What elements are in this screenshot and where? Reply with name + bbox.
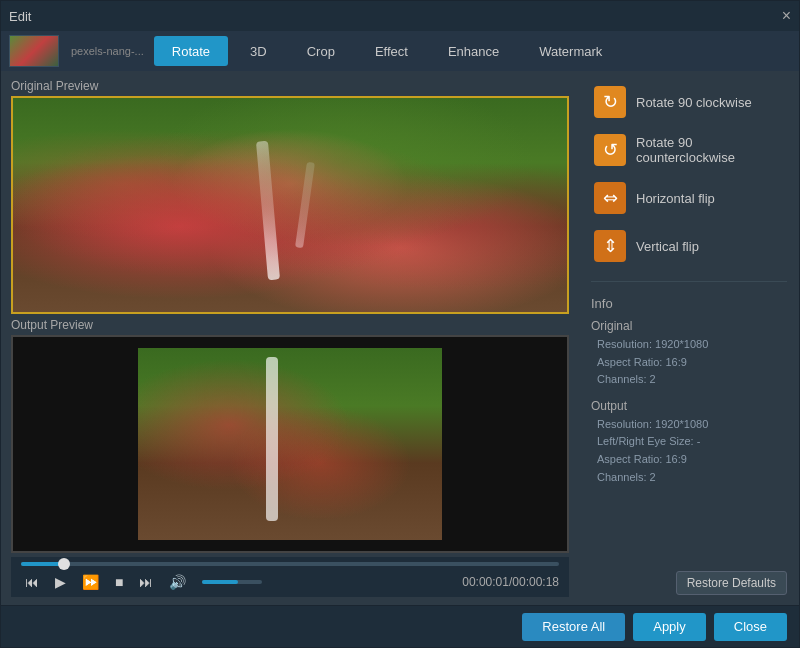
- rotate-ccw-icon: ↺: [594, 134, 626, 166]
- skip-forward-button[interactable]: ⏭: [135, 572, 157, 592]
- output-preview-label: Output Preview: [11, 318, 569, 332]
- play-button[interactable]: ▶: [51, 572, 70, 592]
- info-original-resolution: Resolution: 1920*1080: [591, 336, 787, 354]
- stop-button[interactable]: ■: [111, 572, 127, 592]
- file-label: pexels-nang-...: [71, 45, 144, 57]
- original-preview-box: [11, 96, 569, 314]
- tab-watermark[interactable]: Watermark: [521, 36, 620, 66]
- divider-1: [591, 281, 787, 282]
- output-inner-image: [138, 348, 443, 541]
- ribbon-decoration-1: [256, 141, 280, 281]
- fast-forward-button[interactable]: ⏩: [78, 572, 103, 592]
- original-preview-label: Original Preview: [11, 79, 569, 93]
- rotate-ccw-label: Rotate 90 counterclockwise: [636, 135, 784, 165]
- tab-effect[interactable]: Effect: [357, 36, 426, 66]
- output-preview-section: Output Preview: [11, 318, 569, 553]
- horizontal-flip-option[interactable]: ⇔ Horizontal flip: [591, 177, 787, 219]
- tab-enhance[interactable]: Enhance: [430, 36, 517, 66]
- volume-button[interactable]: 🔊: [165, 572, 190, 592]
- horizontal-flip-label: Horizontal flip: [636, 191, 715, 206]
- info-output-resolution: Resolution: 1920*1080: [591, 416, 787, 434]
- info-original-group: Original Resolution: 1920*1080 Aspect Ra…: [591, 319, 787, 389]
- tab-crop[interactable]: Crop: [289, 36, 353, 66]
- rotate-cw-icon: ↻: [594, 86, 626, 118]
- skip-back-button[interactable]: ⏮: [21, 572, 43, 592]
- window-title: Edit: [9, 9, 31, 24]
- progress-thumb: [58, 558, 70, 570]
- time-display: 00:00:01/00:00:18: [462, 575, 559, 589]
- info-section: Info Original Resolution: 1920*1080 Aspe…: [591, 296, 787, 496]
- rotate-cw-label: Rotate 90 clockwise: [636, 95, 752, 110]
- rotate-ccw-option[interactable]: ↺ Rotate 90 counterclockwise: [591, 129, 787, 171]
- restore-all-button[interactable]: Restore All: [522, 613, 625, 641]
- output-preview-image: [13, 337, 567, 551]
- volume-track[interactable]: [202, 580, 262, 584]
- window-close-button[interactable]: ×: [782, 8, 791, 24]
- close-button[interactable]: Close: [714, 613, 787, 641]
- info-output-channels: Channels: 2: [591, 469, 787, 487]
- thumbnail-image: [10, 36, 58, 66]
- vertical-flip-label: Vertical flip: [636, 239, 699, 254]
- restore-defaults-button[interactable]: Restore Defaults: [676, 571, 787, 595]
- info-output-eye-size: Left/Right Eye Size: -: [591, 433, 787, 451]
- volume-fill: [202, 580, 238, 584]
- info-original-aspect: Aspect Ratio: 16:9: [591, 354, 787, 372]
- horizontal-flip-icon: ⇔: [594, 182, 626, 214]
- apply-button[interactable]: Apply: [633, 613, 706, 641]
- tabbar: pexels-nang-... Rotate 3D Crop Effect En…: [1, 31, 799, 71]
- output-preview-box: [11, 335, 569, 553]
- main-content: Original Preview Output Preview: [1, 71, 799, 605]
- controls-bar: ⏮ ▶ ⏩ ■ ⏭ 🔊 00:00:01/00:00:18: [11, 557, 569, 597]
- info-output-group: Output Resolution: 1920*1080 Left/Right …: [591, 399, 787, 486]
- info-output-aspect: Aspect Ratio: 16:9: [591, 451, 787, 469]
- playback-controls: ⏮ ▶ ⏩ ■ ⏭ 🔊 00:00:01/00:00:18: [21, 572, 559, 592]
- ribbon-decoration-2: [295, 162, 315, 248]
- bottom-bar: Restore All Apply Close: [1, 605, 799, 647]
- preview-panel: Original Preview Output Preview: [1, 71, 579, 605]
- vertical-flip-option[interactable]: ⇕ Vertical flip: [591, 225, 787, 267]
- file-thumbnail: [9, 35, 59, 67]
- progress-track[interactable]: [21, 562, 559, 566]
- info-original-channels: Channels: 2: [591, 371, 787, 389]
- tab-3d[interactable]: 3D: [232, 36, 285, 66]
- info-title: Info: [591, 296, 787, 311]
- titlebar: Edit ×: [1, 1, 799, 31]
- info-output-title: Output: [591, 399, 787, 413]
- edit-window: Edit × pexels-nang-... Rotate 3D Crop Ef…: [0, 0, 800, 648]
- vertical-flip-icon: ⇕: [594, 230, 626, 262]
- original-preview-image: [13, 98, 567, 312]
- right-panel: ↻ Rotate 90 clockwise ↺ Rotate 90 counte…: [579, 71, 799, 605]
- rotate-cw-option[interactable]: ↻ Rotate 90 clockwise: [591, 81, 787, 123]
- info-original-title: Original: [591, 319, 787, 333]
- original-preview-section: Original Preview: [11, 79, 569, 314]
- titlebar-left: Edit: [9, 9, 31, 24]
- tab-rotate[interactable]: Rotate: [154, 36, 228, 66]
- output-ribbon-decoration: [266, 357, 278, 521]
